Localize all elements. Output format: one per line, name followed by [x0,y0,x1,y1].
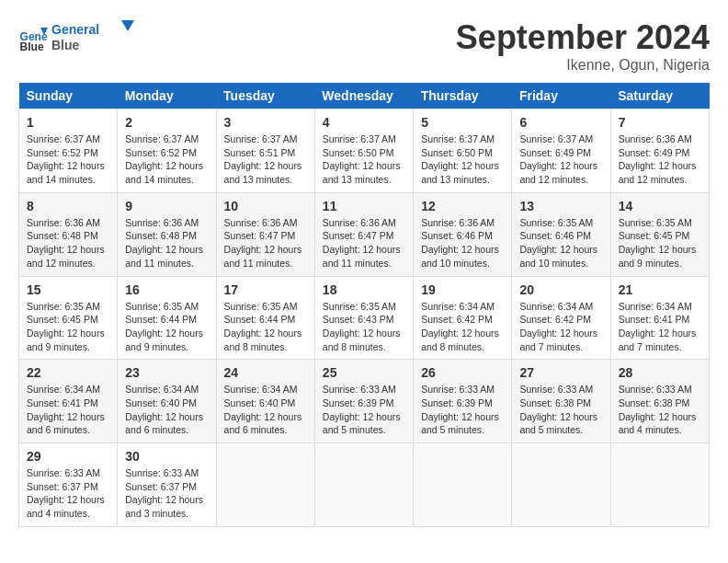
day-number: 1 [27,115,109,130]
day-info: Sunrise: 6:34 AMSunset: 6:42 PMDaylight:… [519,300,602,354]
calendar-cell [314,443,413,527]
day-info: Sunrise: 6:37 AMSunset: 6:50 PMDaylight:… [323,132,405,187]
weekday-header-row: SundayMondayTuesdayWednesdayThursdayFrid… [19,83,710,109]
calendar-cell: 10Sunrise: 6:36 AMSunset: 6:47 PMDayligh… [216,192,314,276]
day-info: Sunrise: 6:37 AMSunset: 6:51 PMDaylight:… [224,132,307,187]
calendar-cell [512,443,610,527]
day-number: 22 [27,365,109,380]
day-info: Sunrise: 6:37 AMSunset: 6:50 PMDaylight:… [421,132,504,187]
day-info: Sunrise: 6:36 AMSunset: 6:48 PMDaylight:… [125,216,208,270]
day-number: 10 [224,199,307,213]
day-number: 19 [421,282,504,297]
calendar-cell: 14Sunrise: 6:35 AMSunset: 6:45 PMDayligh… [610,192,709,276]
weekday-header-tuesday: Tuesday [216,83,314,109]
day-info: Sunrise: 6:35 AMSunset: 6:45 PMDaylight:… [619,216,701,270]
weekday-header-thursday: Thursday [414,83,512,109]
calendar-cell: 1Sunrise: 6:37 AMSunset: 6:52 PMDaylight… [19,109,118,193]
day-info: Sunrise: 6:36 AMSunset: 6:46 PMDaylight:… [421,216,504,270]
weekday-header-monday: Monday [118,83,216,109]
calendar-table: SundayMondayTuesdayWednesdayThursdayFrid… [18,83,710,527]
day-number: 5 [421,115,504,130]
day-number: 8 [27,199,109,213]
month-title: September 2024 [456,18,710,57]
day-info: Sunrise: 6:35 AMSunset: 6:45 PMDaylight:… [27,300,109,354]
day-number: 13 [519,199,602,213]
calendar-cell [414,443,512,527]
day-info: Sunrise: 6:37 AMSunset: 6:52 PMDaylight:… [27,132,109,187]
day-info: Sunrise: 6:34 AMSunset: 6:40 PMDaylight:… [125,383,208,437]
calendar-week-row: 15Sunrise: 6:35 AMSunset: 6:45 PMDayligh… [19,276,710,360]
calendar-cell: 23Sunrise: 6:34 AMSunset: 6:40 PMDayligh… [118,360,216,443]
weekday-header-wednesday: Wednesday [314,83,413,109]
day-number: 18 [323,282,405,297]
calendar-cell [610,443,709,527]
day-number: 16 [125,282,208,297]
calendar-cell: 22Sunrise: 6:34 AMSunset: 6:41 PMDayligh… [19,360,118,443]
day-number: 21 [619,282,701,297]
calendar-cell: 9Sunrise: 6:36 AMSunset: 6:48 PMDaylight… [118,192,216,276]
day-info: Sunrise: 6:33 AMSunset: 6:38 PMDaylight:… [519,383,602,437]
day-number: 7 [619,115,701,130]
day-number: 20 [519,282,602,297]
calendar-cell: 29Sunrise: 6:33 AMSunset: 6:37 PMDayligh… [19,443,118,527]
calendar-week-row: 22Sunrise: 6:34 AMSunset: 6:41 PMDayligh… [19,360,710,443]
calendar-cell: 13Sunrise: 6:35 AMSunset: 6:46 PMDayligh… [512,192,610,276]
location-title: Ikenne, Ogun, Nigeria [456,57,710,74]
day-number: 12 [421,199,504,213]
day-number: 25 [323,365,405,380]
day-info: Sunrise: 6:36 AMSunset: 6:48 PMDaylight:… [27,216,109,270]
day-info: Sunrise: 6:35 AMSunset: 6:44 PMDaylight:… [125,300,208,354]
day-number: 27 [519,365,602,380]
calendar-week-row: 1Sunrise: 6:37 AMSunset: 6:52 PMDaylight… [19,109,710,193]
logo: General Blue General Blue [18,18,134,59]
calendar-cell: 26Sunrise: 6:33 AMSunset: 6:39 PMDayligh… [414,360,512,443]
day-info: Sunrise: 6:34 AMSunset: 6:42 PMDaylight:… [421,300,504,354]
calendar-cell: 2Sunrise: 6:37 AMSunset: 6:52 PMDaylight… [118,109,216,193]
calendar-cell: 18Sunrise: 6:35 AMSunset: 6:43 PMDayligh… [314,276,413,360]
day-info: Sunrise: 6:37 AMSunset: 6:52 PMDaylight:… [125,132,208,187]
day-number: 17 [224,282,307,297]
day-info: Sunrise: 6:33 AMSunset: 6:38 PMDaylight:… [619,383,701,437]
svg-text:General: General [51,22,99,37]
day-info: Sunrise: 6:34 AMSunset: 6:41 PMDaylight:… [27,383,109,437]
header: General Blue General Blue September 2024… [18,18,710,74]
logo-icon: General Blue [18,24,48,53]
day-number: 9 [125,199,208,213]
day-info: Sunrise: 6:35 AMSunset: 6:44 PMDaylight:… [224,300,307,354]
day-number: 3 [224,115,307,130]
day-info: Sunrise: 6:35 AMSunset: 6:46 PMDaylight:… [519,216,602,270]
weekday-header-sunday: Sunday [19,83,118,109]
weekday-header-friday: Friday [512,83,610,109]
calendar-cell: 12Sunrise: 6:36 AMSunset: 6:46 PMDayligh… [414,192,512,276]
day-info: Sunrise: 6:37 AMSunset: 6:49 PMDaylight:… [519,132,602,187]
svg-marker-5 [121,20,134,31]
day-number: 6 [519,115,602,130]
calendar-cell: 5Sunrise: 6:37 AMSunset: 6:50 PMDaylight… [414,109,512,193]
logo-text: General Blue [51,18,134,59]
day-number: 28 [619,365,701,380]
day-number: 14 [619,199,701,213]
calendar-cell: 19Sunrise: 6:34 AMSunset: 6:42 PMDayligh… [414,276,512,360]
calendar-cell: 15Sunrise: 6:35 AMSunset: 6:45 PMDayligh… [19,276,118,360]
calendar-cell: 16Sunrise: 6:35 AMSunset: 6:44 PMDayligh… [118,276,216,360]
day-number: 26 [421,365,504,380]
calendar-cell: 6Sunrise: 6:37 AMSunset: 6:49 PMDaylight… [512,109,610,193]
day-info: Sunrise: 6:36 AMSunset: 6:47 PMDaylight:… [224,216,307,270]
day-info: Sunrise: 6:33 AMSunset: 6:37 PMDaylight:… [27,466,109,521]
calendar-cell: 3Sunrise: 6:37 AMSunset: 6:51 PMDaylight… [216,109,314,193]
day-number: 15 [27,282,109,297]
day-number: 11 [323,199,405,213]
day-number: 4 [323,115,405,130]
calendar-cell: 11Sunrise: 6:36 AMSunset: 6:47 PMDayligh… [314,192,413,276]
svg-text:Blue: Blue [20,40,44,53]
calendar-cell: 28Sunrise: 6:33 AMSunset: 6:38 PMDayligh… [610,360,709,443]
svg-text:Blue: Blue [51,38,80,52]
calendar-cell: 4Sunrise: 6:37 AMSunset: 6:50 PMDaylight… [314,109,413,193]
calendar-cell: 20Sunrise: 6:34 AMSunset: 6:42 PMDayligh… [512,276,610,360]
day-info: Sunrise: 6:34 AMSunset: 6:41 PMDaylight:… [619,300,701,354]
calendar-cell: 24Sunrise: 6:34 AMSunset: 6:40 PMDayligh… [216,360,314,443]
calendar-week-row: 29Sunrise: 6:33 AMSunset: 6:37 PMDayligh… [19,443,710,527]
day-info: Sunrise: 6:36 AMSunset: 6:49 PMDaylight:… [619,132,701,187]
day-number: 2 [125,115,208,130]
day-info: Sunrise: 6:33 AMSunset: 6:37 PMDaylight:… [125,466,208,521]
